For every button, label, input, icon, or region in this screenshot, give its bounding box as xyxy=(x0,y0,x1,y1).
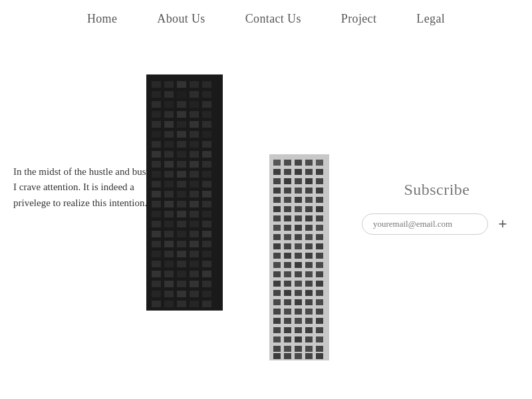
svg-rect-74 xyxy=(190,221,199,227)
hero-text: In the midst of the hustle and busle, I … xyxy=(13,164,156,211)
svg-rect-21 xyxy=(152,121,161,128)
nav-home[interactable]: Home xyxy=(87,12,117,26)
svg-rect-133 xyxy=(284,188,291,194)
svg-rect-182 xyxy=(273,281,281,287)
svg-rect-140 xyxy=(305,197,313,203)
svg-rect-178 xyxy=(284,271,291,277)
svg-rect-101 xyxy=(152,281,161,287)
svg-rect-26 xyxy=(152,131,161,138)
svg-rect-148 xyxy=(284,215,291,221)
svg-rect-93 xyxy=(177,261,186,267)
svg-rect-90 xyxy=(202,251,211,257)
svg-rect-144 xyxy=(295,206,302,212)
svg-rect-189 xyxy=(295,290,302,296)
svg-rect-17 xyxy=(164,111,174,118)
svg-rect-160 xyxy=(305,234,313,240)
svg-rect-106 xyxy=(152,291,161,297)
svg-rect-43 xyxy=(177,161,186,168)
svg-rect-190 xyxy=(305,290,313,296)
svg-rect-104 xyxy=(190,281,199,287)
svg-rect-10 xyxy=(202,91,211,98)
svg-rect-130 xyxy=(305,178,313,184)
svg-rect-213 xyxy=(284,336,291,342)
svg-rect-204 xyxy=(295,318,302,324)
svg-rect-210 xyxy=(305,327,313,333)
svg-rect-150 xyxy=(305,215,313,221)
svg-rect-81 xyxy=(152,241,161,247)
svg-rect-77 xyxy=(164,231,174,237)
svg-rect-3 xyxy=(177,81,186,88)
svg-rect-121 xyxy=(316,160,323,166)
svg-rect-92 xyxy=(164,261,174,267)
svg-rect-9 xyxy=(190,91,199,98)
svg-rect-192 xyxy=(273,299,281,305)
svg-rect-115 xyxy=(202,301,211,307)
svg-rect-193 xyxy=(284,299,291,305)
svg-rect-103 xyxy=(177,281,186,287)
svg-rect-28 xyxy=(177,131,186,138)
nav-legal[interactable]: Legal xyxy=(416,12,445,26)
svg-rect-223 xyxy=(284,353,291,359)
svg-rect-180 xyxy=(305,271,313,277)
svg-rect-19 xyxy=(190,111,199,118)
svg-rect-120 xyxy=(305,160,313,166)
email-input[interactable] xyxy=(362,213,488,235)
nav-about[interactable]: About Us xyxy=(157,12,205,26)
nav-project[interactable]: Project xyxy=(341,12,377,26)
svg-rect-198 xyxy=(284,309,291,315)
svg-rect-56 xyxy=(152,191,161,198)
svg-rect-166 xyxy=(316,243,323,249)
svg-rect-67 xyxy=(164,211,174,217)
svg-rect-51 xyxy=(152,181,161,188)
svg-rect-2 xyxy=(164,81,174,88)
svg-rect-214 xyxy=(295,336,302,342)
svg-rect-118 xyxy=(284,160,291,166)
svg-rect-186 xyxy=(316,281,323,287)
svg-rect-209 xyxy=(295,327,302,333)
svg-rect-75 xyxy=(202,221,211,227)
main-content: In the midst of the hustle and busle, I … xyxy=(0,38,532,394)
svg-rect-134 xyxy=(295,188,302,194)
svg-rect-111 xyxy=(152,301,161,307)
svg-rect-181 xyxy=(316,271,323,277)
svg-rect-131 xyxy=(316,178,323,184)
svg-rect-50 xyxy=(202,171,211,178)
svg-rect-167 xyxy=(273,253,281,259)
svg-rect-61 xyxy=(152,201,161,207)
svg-rect-55 xyxy=(202,181,211,188)
svg-rect-32 xyxy=(164,141,174,148)
svg-rect-129 xyxy=(295,178,302,184)
svg-rect-85 xyxy=(202,241,211,247)
svg-rect-23 xyxy=(177,121,186,128)
svg-rect-136 xyxy=(316,188,323,194)
svg-rect-52 xyxy=(164,181,174,188)
svg-rect-169 xyxy=(295,253,302,259)
svg-rect-6 xyxy=(152,91,161,98)
svg-rect-165 xyxy=(305,243,313,249)
svg-rect-201 xyxy=(316,309,323,315)
svg-rect-66 xyxy=(152,211,161,217)
svg-rect-98 xyxy=(177,271,186,277)
svg-rect-49 xyxy=(190,171,199,178)
subscribe-button[interactable]: + xyxy=(493,215,512,233)
svg-rect-149 xyxy=(295,215,302,221)
svg-rect-194 xyxy=(295,299,302,305)
svg-rect-183 xyxy=(284,281,291,287)
svg-rect-195 xyxy=(305,299,313,305)
svg-rect-145 xyxy=(305,206,313,212)
svg-rect-142 xyxy=(273,206,281,212)
svg-rect-91 xyxy=(152,261,161,267)
svg-rect-25 xyxy=(202,121,211,128)
svg-rect-18 xyxy=(177,111,186,118)
nav-contact[interactable]: Contact Us xyxy=(245,12,301,26)
svg-rect-4 xyxy=(190,81,199,88)
svg-rect-16 xyxy=(152,111,161,118)
svg-rect-89 xyxy=(190,251,199,257)
svg-rect-31 xyxy=(152,141,161,148)
svg-rect-128 xyxy=(284,178,291,184)
svg-rect-11 xyxy=(152,101,161,108)
svg-rect-27 xyxy=(164,131,174,138)
svg-rect-53 xyxy=(177,181,186,188)
svg-rect-65 xyxy=(202,201,211,207)
svg-rect-42 xyxy=(164,161,174,168)
